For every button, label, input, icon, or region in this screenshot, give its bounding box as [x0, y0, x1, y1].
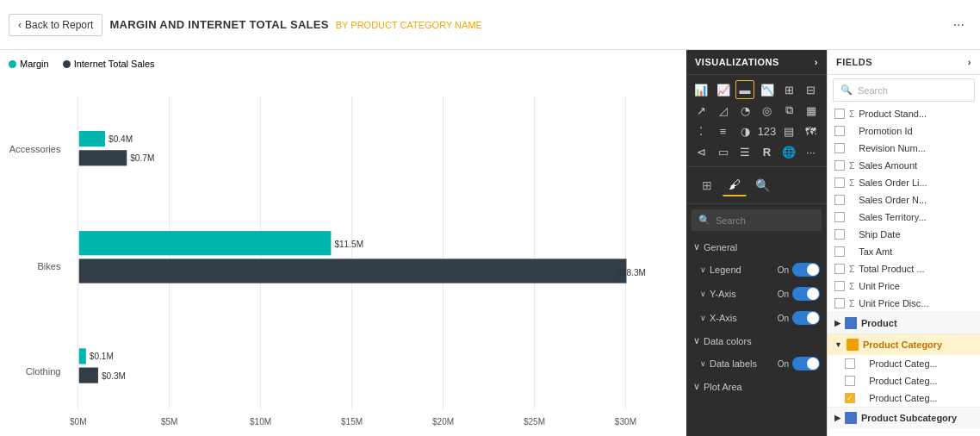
field-checkbox-product-categ-1[interactable]: [845, 358, 855, 369]
field-item-revision-num[interactable]: Σ Revision Num...: [828, 140, 980, 157]
fields-search-input[interactable]: [858, 85, 967, 96]
field-checkbox-sales-order-li[interactable]: [834, 178, 845, 188]
viz-expand-icon[interactable]: ›: [815, 57, 818, 67]
bar-clothing-sales[interactable]: [79, 368, 98, 383]
viz-x-axis-toggle[interactable]: [792, 311, 820, 325]
viz-donut-icon[interactable]: ◎: [758, 101, 777, 120]
viz-combo-icon[interactable]: 📉: [758, 80, 777, 99]
viz-globe-icon[interactable]: 🌐: [779, 142, 798, 161]
viz-search-box[interactable]: 🔍: [692, 209, 822, 231]
bar-accessories-margin[interactable]: [79, 131, 105, 146]
field-section-product[interactable]: ▶ Product: [828, 312, 980, 333]
viz-y-axis-toggle[interactable]: [792, 287, 820, 301]
field-checkbox-unit-price[interactable]: [834, 281, 845, 291]
field-section-product-category[interactable]: ▼ Product Category: [828, 333, 980, 355]
field-item-unit-price[interactable]: Σ Unit Price: [828, 277, 980, 295]
viz-property-legend[interactable]: ∨ Legend On: [686, 258, 827, 282]
viz-section-plot-area[interactable]: ∨ Plot Area: [686, 376, 827, 397]
field-item-total-product[interactable]: Σ Total Product ...: [828, 260, 980, 277]
viz-search-input[interactable]: [716, 215, 815, 226]
bar-bikes-sales[interactable]: [79, 258, 627, 283]
field-item-ship-date[interactable]: Σ Ship Date: [828, 226, 980, 243]
viz-scatter-icon[interactable]: ⁚: [692, 121, 710, 140]
viz-data-labels-toggle[interactable]: [792, 357, 820, 371]
viz-multirow-icon[interactable]: ☰: [735, 142, 754, 161]
viz-gauge-icon[interactable]: ◑: [735, 121, 754, 140]
viz-treemap-icon[interactable]: ▦: [802, 101, 821, 120]
field-checkbox-sales-amount[interactable]: [834, 160, 845, 171]
viz-section-data-colors[interactable]: ∨ Data colors: [686, 330, 827, 352]
field-checkbox-product-stand[interactable]: [834, 109, 845, 119]
field-section-product-subcategory[interactable]: ▶ Product Subcategory: [828, 407, 980, 428]
viz-slicer-icon[interactable]: ▤: [779, 121, 798, 140]
viz-more-icon[interactable]: ···: [802, 142, 821, 161]
field-item-sales-territory[interactable]: Σ Sales Territory...: [828, 209, 980, 226]
product-category-chevron-down: ▼: [834, 340, 842, 349]
viz-column-icon[interactable]: 📈: [714, 80, 733, 99]
field-item-sales-order-n[interactable]: Σ Sales Order N...: [828, 191, 980, 209]
field-item-unit-price-disc[interactable]: Σ Unit Price Disc...: [828, 295, 980, 312]
field-checkbox-sales-order-n[interactable]: [834, 195, 845, 205]
field-name-unit-price-disc: Unit Price Disc...: [859, 298, 973, 308]
viz-format-tab[interactable]: 🖌: [723, 174, 747, 196]
field-item-product-categ-2[interactable]: Σ Product Categ...: [828, 372, 980, 389]
fields-list: Σ Product Stand... Σ Promotion Id Σ Revi…: [828, 105, 980, 436]
viz-line-icon[interactable]: ↗: [692, 101, 710, 120]
viz-property-data-labels[interactable]: ∨ Data labels On: [686, 352, 827, 376]
field-item-tax-amt[interactable]: Σ Tax Amt: [828, 243, 980, 260]
legend-sales-label: Internet Total Sales: [74, 59, 155, 69]
field-checkbox-ship-date[interactable]: [834, 229, 845, 240]
viz-y-axis-label: Y-Axis: [710, 289, 778, 299]
back-label: Back to Report: [25, 19, 93, 31]
fields-search-box[interactable]: 🔍: [833, 78, 975, 102]
viz-legend-toggle[interactable]: [792, 263, 820, 277]
viz-matrix-icon[interactable]: ⊟: [802, 80, 821, 99]
chart-legend: Margin Internet Total Sales: [9, 59, 678, 69]
viz-bar-horizontal-icon[interactable]: ▬: [735, 80, 754, 99]
field-checkbox-revision-num[interactable]: [834, 143, 845, 153]
viz-map-icon[interactable]: 🗺: [802, 121, 821, 140]
viz-analytics-tab[interactable]: 🔍: [750, 174, 774, 196]
viz-card-icon[interactable]: ▭: [714, 142, 733, 161]
category-bikes: Bikes: [37, 261, 61, 271]
viz-plot-area-label: Plot Area: [704, 382, 742, 392]
field-checkbox-product-categ-3[interactable]: ✓: [845, 393, 855, 403]
field-item-promotion-id[interactable]: Σ Promotion Id: [828, 122, 980, 140]
viz-fields-tab[interactable]: ⊞: [695, 174, 719, 196]
field-item-sales-order-li[interactable]: Σ Sales Order Li...: [828, 174, 980, 191]
viz-funnel-icon[interactable]: ⊲: [692, 142, 710, 161]
viz-kpi-icon[interactable]: 123: [758, 121, 777, 140]
field-item-product-categ-3[interactable]: ✓ Σ Product Categ...: [828, 389, 980, 407]
field-checkbox-unit-price-disc[interactable]: [834, 298, 845, 308]
bar-chart: Accessories $0.4M $0.7M Bikes $11.5M $28…: [9, 78, 678, 436]
bar-bikes-margin[interactable]: [79, 231, 332, 255]
field-item-product-categ-1[interactable]: Σ Product Categ...: [828, 355, 980, 372]
field-item-product-stand[interactable]: Σ Product Stand...: [828, 105, 980, 122]
field-checkbox-total-product[interactable]: [834, 264, 845, 274]
field-item-sales-amount[interactable]: Σ Sales Amount: [828, 157, 980, 174]
bar-clothing-margin[interactable]: [79, 348, 86, 364]
bar-accessories-sales[interactable]: [79, 150, 127, 165]
field-checkbox-product-categ-2[interactable]: [845, 376, 855, 386]
viz-property-x-axis[interactable]: ∨ X-Axis On: [686, 306, 827, 330]
menu-dots[interactable]: ···: [946, 14, 971, 36]
field-checkbox-sales-territory[interactable]: [834, 212, 845, 222]
fields-expand-icon[interactable]: ›: [968, 57, 971, 67]
viz-bar-icon[interactable]: 📊: [692, 80, 710, 99]
viz-property-y-axis[interactable]: ∨ Y-Axis On: [686, 282, 827, 306]
product-section-icon: [845, 317, 857, 329]
viz-r-icon[interactable]: R: [758, 142, 777, 161]
viz-table-icon[interactable]: ⊞: [779, 80, 798, 99]
sigma-icon: Σ: [849, 178, 854, 188]
viz-pie-icon[interactable]: ◔: [735, 101, 754, 120]
field-checkbox-tax-amt[interactable]: [834, 246, 845, 257]
viz-waterfall-icon[interactable]: ≡: [714, 121, 733, 140]
viz-data-colors-label: Data colors: [704, 336, 752, 346]
viz-section-general[interactable]: ∨ General: [686, 236, 827, 258]
legend-sales: Internet Total Sales: [63, 59, 155, 69]
back-button[interactable]: ‹ Back to Report: [9, 14, 102, 36]
viz-area-icon[interactable]: ◿: [714, 101, 733, 120]
viz-ribbon-icon[interactable]: ⧉: [779, 101, 798, 120]
field-checkbox-promotion-id[interactable]: [834, 126, 845, 136]
product-subcategory-section-icon: [845, 412, 857, 424]
